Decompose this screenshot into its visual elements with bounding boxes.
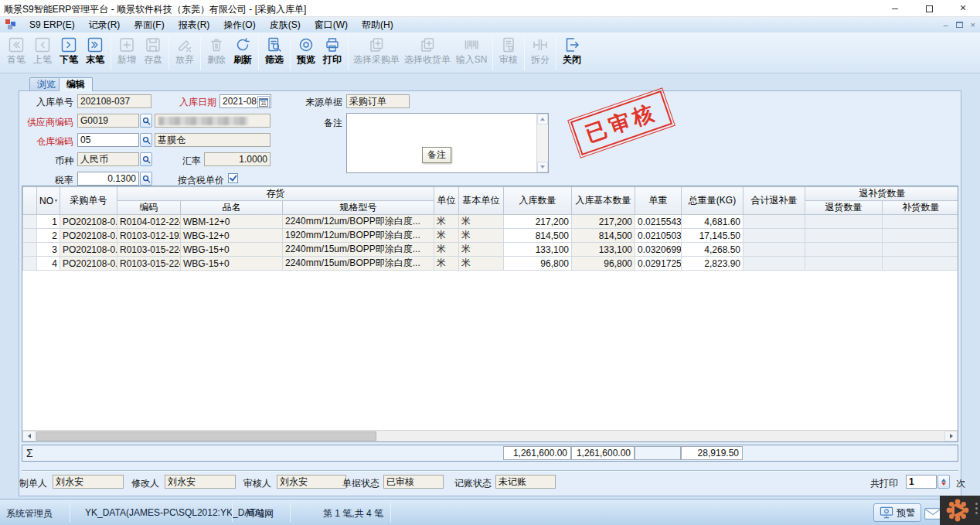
erp-window: 顺景S9智能ERP管理平台 - 顺景软件科技（东莞）有限公司 - [采购入库单]… (0, 0, 980, 525)
menu-action[interactable]: 操作(O) (216, 17, 262, 32)
col-po-header[interactable]: 采购单号 (60, 187, 117, 215)
alert-button[interactable]: 预警 (873, 503, 921, 522)
grid-horizontal-scrollbar[interactable] (22, 430, 958, 441)
save-icon (145, 36, 162, 53)
filter-button[interactable]: 筛选 (261, 34, 288, 72)
sigma-symbol: Σ (26, 447, 33, 459)
scroll-up-button[interactable] (537, 114, 548, 124)
delete-button[interactable]: 删除 (203, 34, 230, 72)
adj-group-header[interactable]: 退补货数量 (805, 187, 958, 201)
add-button[interactable]: 新增 (114, 34, 140, 72)
col-return-qty-header[interactable]: 退货数量 (805, 201, 883, 215)
col-base-unit-header[interactable]: 基本单位 (459, 187, 504, 215)
split-button[interactable]: 拆分 (527, 34, 553, 72)
refresh-button[interactable]: 刷新 (230, 34, 256, 72)
col-no-header[interactable]: NO (37, 187, 60, 215)
audit-button[interactable]: 审核 (495, 34, 522, 72)
preview-button[interactable]: 预览 (293, 34, 319, 72)
select-receipt-note-button[interactable]: 选择收货单 (402, 34, 453, 72)
recorder-menu-dots[interactable] (975, 503, 978, 514)
col-unit-weight-header[interactable]: 单重 (635, 187, 682, 215)
scrollbar-thumb[interactable] (36, 431, 376, 441)
col-qty-header[interactable]: 入库数量 (504, 187, 572, 215)
select-receipt-note-icon (419, 36, 436, 53)
col-code-header[interactable]: 编码 (117, 201, 181, 215)
recorder-overlay[interactable] (940, 496, 980, 525)
prev-record-button[interactable]: 上笔 (29, 34, 56, 72)
source-field[interactable]: 采购订单 (346, 94, 410, 108)
tab-edit[interactable]: 编辑 (59, 77, 93, 91)
table-row[interactable]: 4 PO202108-0... R0103-015-2240-00 WBG-15… (23, 257, 959, 271)
tax-lookup-button[interactable] (140, 172, 152, 186)
col-spec-header[interactable]: 规格型号 (283, 201, 434, 215)
barcode-icon (463, 36, 480, 53)
last-record-icon (87, 36, 104, 53)
discard-button[interactable]: 放弃 (172, 34, 198, 72)
exit-icon (563, 36, 580, 53)
mdi-restore-button[interactable] (956, 22, 963, 28)
remark-textarea[interactable] (346, 113, 549, 173)
menu-windows[interactable]: 窗口(W) (308, 17, 355, 32)
receipt-no-field[interactable]: 202108-037 (77, 94, 151, 108)
print-button[interactable]: 打印 (319, 34, 345, 72)
title-bar: 顺景S9智能ERP管理平台 - 顺景软件科技（东莞）有限公司 - [采购入库单]… (0, 0, 980, 17)
col-adj-total-header[interactable]: 合计退补量 (744, 187, 805, 215)
audit-icon (500, 36, 517, 53)
col-base-qty-header[interactable]: 入库基本数量 (572, 187, 635, 215)
menu-ui[interactable]: 界面(F) (127, 17, 171, 32)
col-name-header[interactable]: 品名 (181, 201, 283, 215)
date-picker-button[interactable]: 31 (257, 96, 270, 108)
mdi-minimize-button[interactable]: – (943, 20, 948, 29)
currency-field[interactable]: 人民币 (77, 152, 139, 166)
exchange-rate-label: 汇率 (158, 155, 201, 168)
next-record-button[interactable]: 下笔 (56, 34, 82, 72)
minimize-button[interactable]: – (878, 0, 912, 17)
status-bar: 系统管理员 YK_DATA(JAMES-PC\SQL2012:YK_DATA) … (0, 499, 980, 525)
tax-inclusive-checkbox[interactable] (228, 173, 238, 183)
remark-scrollbar[interactable] (536, 114, 548, 172)
menu-record[interactable]: 记录(R) (82, 17, 128, 32)
toolbar: 首笔 上笔 下笔 末笔 新增 存盘 放弃 删除 (0, 32, 980, 73)
mdi-close-button[interactable]: × (971, 20, 975, 29)
print-count-field[interactable]: 1 (906, 475, 937, 489)
col-replenish-qty-header[interactable]: 补货数量 (883, 201, 958, 215)
exchange-rate-field[interactable]: 1.0000 (204, 152, 271, 166)
currency-label: 币种 (23, 155, 73, 168)
table-row[interactable]: 1 PO202108-0... R0104-012-2240-00 WBM-12… (23, 215, 959, 229)
maximize-button[interactable] (912, 0, 946, 17)
menu-bar: S9 ERP(E) 记录(R) 界面(F) 报表(R) 操作(O) 皮肤(S) … (0, 17, 980, 32)
row-selector-header[interactable] (23, 187, 37, 215)
close-form-button[interactable]: 关闭 (559, 34, 585, 72)
warehouse-code-field[interactable]: 05 (77, 133, 139, 147)
modifier-label: 修改人 (131, 477, 162, 490)
menu-help[interactable]: 帮助(H) (355, 17, 400, 32)
save-button[interactable]: 存盘 (140, 34, 166, 72)
currency-lookup-button[interactable] (140, 152, 152, 166)
last-record-button[interactable]: 末笔 (82, 34, 108, 72)
warehouse-lookup-button[interactable] (140, 133, 152, 147)
maximize-icon (926, 5, 933, 12)
menu-s9erp[interactable]: S9 ERP(E) (22, 17, 82, 32)
receipt-date-field[interactable]: 2021-08-19 31 (219, 94, 271, 108)
tax-rate-field[interactable]: 0.1300 (77, 172, 139, 186)
book-status-field: 未记账 (495, 475, 556, 489)
menu-skin[interactable]: 皮肤(S) (263, 17, 308, 32)
scroll-left-button[interactable] (22, 431, 36, 441)
scroll-down-button[interactable] (537, 162, 548, 172)
table-row[interactable]: 3 PO202108-0... R0103-015-2240-00 WBG-15… (23, 243, 959, 257)
print-count-spinner[interactable] (937, 475, 950, 489)
select-purchase-order-icon (368, 36, 385, 53)
table-row[interactable]: 2 PO202108-0... R0103-012-1920-00 WBG-12… (23, 229, 959, 243)
mail-icon[interactable] (924, 508, 941, 522)
col-unit-header[interactable]: 单位 (434, 187, 459, 215)
stock-group-header[interactable]: 存货 (117, 187, 434, 201)
supplier-code-field[interactable]: G0019 (77, 114, 139, 128)
input-sn-button[interactable]: 输入SN (453, 34, 490, 72)
col-total-weight-header[interactable]: 总重量(KG) (682, 187, 744, 215)
first-record-button[interactable]: 首笔 (3, 34, 29, 72)
close-button[interactable]: × (946, 0, 980, 17)
scroll-right-button[interactable] (944, 431, 958, 441)
select-purchase-order-button[interactable]: 选择采购单 (351, 34, 402, 72)
menu-report[interactable]: 报表(R) (172, 17, 217, 32)
supplier-lookup-button[interactable] (140, 114, 152, 128)
